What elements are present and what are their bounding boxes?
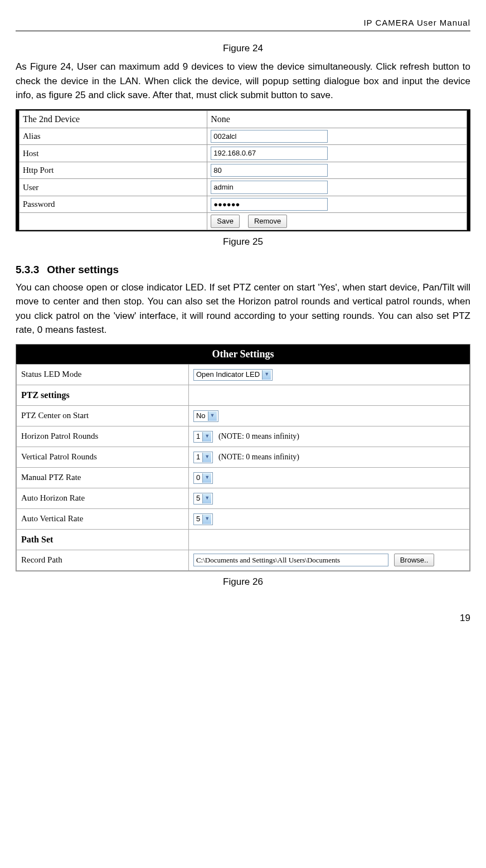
horizon-rounds-label: Horizon Patrol Rounds [17, 426, 189, 447]
dropdown-arrow-icon: ▼ [202, 494, 211, 503]
record-path-label: Record Path [17, 550, 189, 570]
paragraph-1: As Figure 24, User can maximum add 9 dev… [16, 60, 470, 103]
password-label: Password [20, 196, 207, 213]
dropdown-arrow-icon: ▼ [202, 432, 211, 442]
section-title: Other settings [47, 264, 119, 275]
vertical-rounds-label: Vertical Patrol Rounds [17, 447, 189, 467]
page-number: 19 [16, 611, 470, 625]
host-input[interactable]: 192.168.0.67 [211, 147, 328, 160]
save-button[interactable]: Save [211, 215, 240, 228]
remove-button[interactable]: Remove [248, 215, 287, 228]
vertical-rounds-select[interactable]: 1▼ [193, 452, 213, 463]
device-value: None [207, 110, 467, 128]
browse-button[interactable]: Browse.. [394, 554, 435, 567]
auto-vertical-select[interactable]: 5▼ [193, 513, 213, 525]
alias-label: Alias [20, 128, 207, 145]
figure26-box: Other Settings Status LED Mode Open Indi… [16, 344, 470, 571]
password-input[interactable]: ●●●●●● [211, 198, 328, 211]
ptz-center-select[interactable]: No▼ [193, 410, 218, 422]
figure25-box: The 2nd Device None Alias 002alcl Host 1… [16, 109, 470, 231]
figure25-caption: Figure 25 [16, 235, 470, 249]
section-heading: 5.3.3Other settings [16, 262, 470, 278]
auto-horizon-select[interactable]: 5▼ [193, 493, 213, 505]
manual-rate-select[interactable]: 0▼ [193, 472, 213, 484]
auto-vertical-label: Auto Vertical Rate [17, 508, 189, 529]
figure24-caption: Figure 24 [16, 41, 470, 56]
dropdown-arrow-icon: ▼ [262, 370, 271, 380]
user-label: User [20, 179, 207, 196]
device-label: The 2nd Device [20, 110, 207, 128]
dropdown-arrow-icon: ▼ [202, 473, 211, 483]
manual-rate-label: Manual PTZ Rate [17, 467, 189, 488]
figure26-caption: Figure 26 [16, 575, 470, 589]
dropdown-arrow-icon: ▼ [202, 515, 211, 524]
auto-horizon-label: Auto Horizon Rate [17, 488, 189, 508]
path-set-heading: Path Set [17, 529, 189, 550]
user-input[interactable]: admin [211, 181, 328, 194]
alias-input[interactable]: 002alcl [211, 130, 328, 143]
host-label: Host [20, 145, 207, 162]
empty-cell [20, 213, 207, 230]
ptz-settings-heading: PTZ settings [17, 385, 189, 405]
page-header: IP CAMERA User Manual [16, 17, 470, 31]
note-text: (NOTE: 0 means infinity) [218, 432, 299, 440]
other-settings-title: Other Settings [16, 345, 470, 364]
port-label: Http Port [20, 162, 207, 179]
note-text: (NOTE: 0 means infinity) [218, 453, 299, 461]
ptz-center-label: PTZ Center on Start [17, 405, 189, 426]
paragraph-2: You can choose open or close indicator L… [16, 280, 470, 337]
section-number: 5.3.3 [16, 264, 39, 275]
led-mode-label: Status LED Mode [17, 364, 189, 385]
port-input[interactable]: 80 [211, 164, 328, 177]
record-path-input[interactable]: C:\Documents and Settings\All Users\Docu… [193, 554, 388, 567]
horizon-rounds-select[interactable]: 1▼ [193, 431, 213, 443]
led-mode-select[interactable]: Open Indicator LED▼ [193, 369, 273, 381]
dropdown-arrow-icon: ▼ [208, 411, 217, 421]
dropdown-arrow-icon: ▼ [202, 453, 211, 462]
